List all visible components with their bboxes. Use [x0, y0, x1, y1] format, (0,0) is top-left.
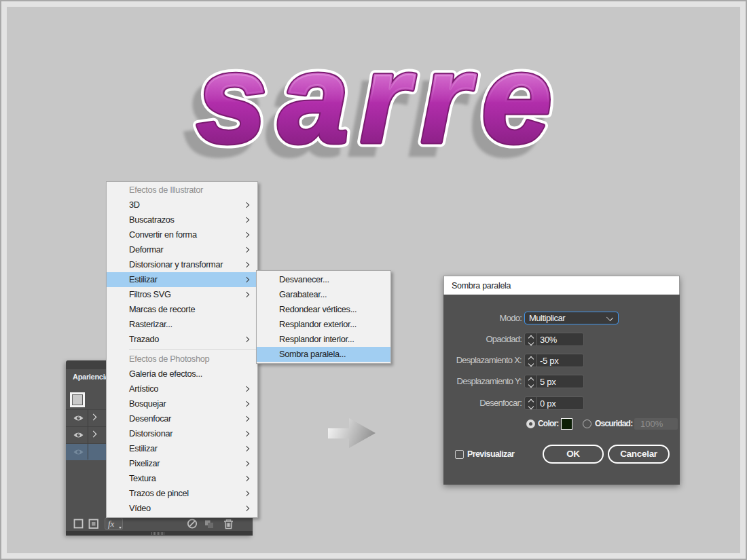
- svg-text:fx: fx: [108, 519, 115, 529]
- svg-text:sarre: sarre: [197, 28, 564, 168]
